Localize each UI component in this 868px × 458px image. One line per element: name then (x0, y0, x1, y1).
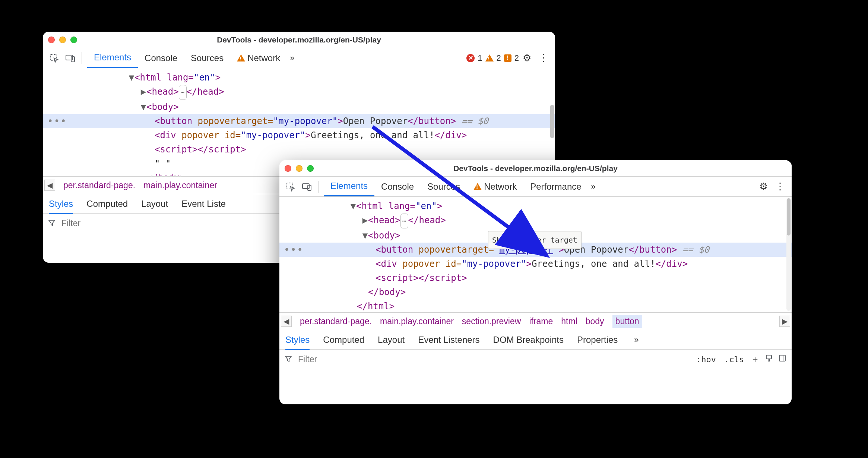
dom-node[interactable]: </html> (279, 299, 792, 312)
device-toggle-icon[interactable] (300, 180, 314, 193)
panel-toggle-icon[interactable] (778, 354, 786, 364)
titlebar: DevTools - developer.mozilla.org/en-US/p… (43, 32, 555, 48)
info-count: 2 (514, 53, 519, 63)
close-icon[interactable] (285, 165, 291, 172)
more-tabs-icon[interactable]: » (631, 335, 642, 345)
subtab-event-listeners[interactable]: Event Liste (181, 199, 226, 209)
issue-counts[interactable]: ✕1 !2 !2 (466, 53, 519, 63)
breadcrumb-item[interactable]: per.standard-page. (300, 316, 372, 326)
plus-icon[interactable]: ＋ (751, 353, 760, 365)
breadcrumb-item[interactable]: main.play.container (380, 316, 454, 326)
subtab-styles[interactable]: Styles (285, 335, 310, 350)
tab-sources[interactable]: Sources (421, 177, 467, 196)
dom-node[interactable]: <script></script> (43, 142, 555, 157)
subtab-layout[interactable]: Layout (378, 335, 405, 345)
zoom-icon[interactable] (70, 37, 77, 43)
minimize-icon[interactable] (296, 165, 302, 172)
dom-node[interactable]: ▼<html lang="en"> (279, 199, 792, 213)
breadcrumb-item-selected[interactable]: button (612, 315, 642, 328)
kebab-menu-icon[interactable]: ⋮ (535, 52, 552, 64)
dom-node[interactable]: <div popover id="my-popover">Greetings, … (279, 257, 792, 271)
breadcrumb-item[interactable]: iframe (529, 316, 553, 326)
devtools-window-2: DevTools - developer.mozilla.org/en-US/p… (279, 160, 792, 404)
breadcrumb-item[interactable]: main.play.container (143, 180, 217, 190)
subtab-computed[interactable]: Computed (86, 199, 128, 209)
hov-toggle[interactable]: :hov (695, 355, 717, 364)
subtab-dom-breakpoints[interactable]: DOM Breakpoints (493, 335, 564, 345)
warning-count: 2 (497, 53, 501, 63)
filter-icon (48, 218, 56, 228)
more-tabs-icon[interactable]: » (287, 53, 297, 63)
tab-console[interactable]: Console (374, 177, 421, 196)
traffic-lights (285, 165, 314, 172)
ellipsis-icon[interactable]: ⋯ (400, 214, 408, 228)
breadcrumb-item[interactable]: body (586, 316, 604, 326)
window-title: DevTools - developer.mozilla.org/en-US/p… (279, 164, 792, 173)
chevron-left-icon[interactable]: ◀ (44, 180, 55, 191)
titlebar: DevTools - developer.mozilla.org/en-US/p… (279, 160, 792, 177)
inspect-icon[interactable] (47, 51, 61, 65)
warning-icon: ! (473, 183, 482, 190)
filter-input[interactable] (297, 354, 690, 365)
subtab-event-listeners[interactable]: Event Listeners (418, 335, 479, 345)
brush-icon[interactable] (765, 354, 773, 364)
subtab-layout[interactable]: Layout (141, 199, 168, 209)
chevron-right-icon[interactable]: ▶ (779, 316, 790, 327)
svg-rect-0 (50, 54, 56, 60)
breadcrumb-item[interactable]: per.standard-page. (63, 180, 135, 190)
tab-network[interactable]: ! Network (230, 48, 287, 68)
dom-node[interactable]: ▶<head>⋯</head> (279, 213, 792, 228)
dom-node[interactable]: ▶<head>⋯</head> (43, 85, 555, 100)
tab-sources[interactable]: Sources (184, 48, 230, 68)
cls-toggle[interactable]: .cls (723, 355, 745, 364)
close-icon[interactable] (48, 37, 55, 43)
svg-rect-4 (302, 184, 309, 189)
settings-icon[interactable]: ⚙ (519, 52, 535, 64)
filter-row: :hov .cls ＋ (279, 350, 792, 369)
scrollbar[interactable] (786, 198, 791, 311)
tab-performance[interactable]: Performance (523, 177, 588, 196)
breadcrumb-item[interactable]: section.preview (462, 316, 521, 326)
tab-network-label: Network (247, 53, 280, 63)
filter-icon (285, 354, 292, 364)
breadcrumb-item[interactable]: html (561, 316, 577, 326)
subtab-computed[interactable]: Computed (323, 335, 364, 345)
zoom-icon[interactable] (307, 165, 314, 172)
dom-node[interactable]: </body> (279, 285, 792, 299)
subtab-styles[interactable]: Styles (49, 199, 73, 214)
panel-tabs: Elements Console Sources ! Network (87, 48, 287, 68)
ellipsis-icon[interactable]: ⋯ (179, 85, 187, 100)
settings-icon[interactable]: ⚙ (755, 181, 772, 192)
breadcrumb[interactable]: ◀ per.standard-page. main.play.container… (279, 312, 792, 330)
window-title: DevTools - developer.mozilla.org/en-US/p… (43, 35, 555, 44)
tab-elements[interactable]: Elements (87, 48, 138, 68)
divider (318, 181, 319, 193)
kebab-menu-icon[interactable]: ⋮ (772, 181, 789, 192)
error-count: 1 (478, 53, 482, 63)
dom-node[interactable]: <script></script> (279, 271, 792, 285)
chevron-left-icon[interactable]: ◀ (281, 316, 292, 327)
dom-node[interactable]: <div popover id="my-popover">Greetings, … (43, 128, 555, 142)
device-toggle-icon[interactable] (64, 51, 77, 65)
styles-subtabs: Styles Computed Layout Event Listeners D… (279, 330, 792, 350)
info-icon: ! (504, 54, 511, 62)
ellipsis-icon[interactable]: ••• (284, 243, 304, 257)
subtab-properties[interactable]: Properties (577, 335, 618, 345)
warning-icon: ! (485, 54, 494, 61)
dom-node[interactable]: ▼<body> (43, 100, 555, 114)
more-tabs-icon[interactable]: » (588, 182, 599, 192)
warning-icon: ! (237, 54, 245, 61)
tab-elements[interactable]: Elements (324, 177, 374, 196)
tab-network-label: Network (484, 181, 517, 192)
tab-console[interactable]: Console (138, 48, 184, 68)
tab-network[interactable]: ! Network (467, 177, 523, 196)
tooltip: Show popover target (488, 231, 582, 249)
main-toolbar: Elements Console Sources ! Network Perfo… (279, 177, 792, 197)
dom-tree[interactable]: ▼<html lang="en"> ▶<head>⋯</head> ▼<body… (279, 197, 792, 312)
dom-node[interactable]: ▼<html lang="en"> (43, 70, 555, 85)
panel-tabs: Elements Console Sources ! Network Perfo… (324, 177, 588, 196)
inspect-icon[interactable] (284, 180, 297, 193)
minimize-icon[interactable] (59, 37, 66, 43)
dom-node-selected[interactable]: •••<button popovertarget="my-popover">Op… (43, 114, 555, 128)
ellipsis-icon[interactable]: ••• (47, 114, 67, 128)
